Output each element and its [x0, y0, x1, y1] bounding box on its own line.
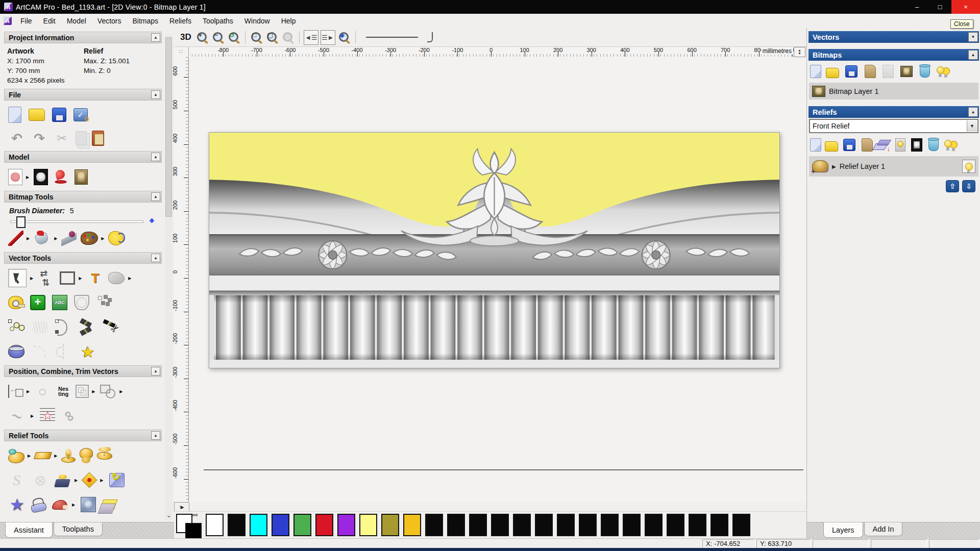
relief-fold-icon[interactable]	[109, 473, 125, 487]
chevron-down-icon[interactable]: ▼	[967, 120, 977, 132]
flyout-arrow-icon[interactable]: ▶	[26, 175, 29, 180]
r-trash-icon[interactable]	[928, 139, 939, 151]
greyscale-from-model-icon[interactable]	[8, 169, 22, 185]
palette-swatch-5[interactable]	[315, 514, 333, 536]
new-file-icon[interactable]	[8, 107, 21, 123]
palette-swatch-15[interactable]	[535, 514, 553, 536]
collapse-icon[interactable]: ▲	[151, 33, 160, 42]
flyout-arrow-icon[interactable]: ▶	[75, 478, 78, 483]
edit-palette-icon[interactable]	[81, 232, 98, 245]
pan-strip-icon[interactable]: ∶▶	[174, 502, 189, 512]
vectors-panel-header[interactable]: Vectors ▼	[808, 31, 979, 43]
pick-colour-icon[interactable]	[61, 231, 77, 246]
palette-swatch-0[interactable]	[206, 514, 224, 536]
create-text-icon[interactable]	[86, 269, 104, 287]
trim-scissors-icon[interactable]	[102, 318, 119, 336]
flyout-arrow-icon[interactable]: ▶	[128, 276, 131, 281]
flyout-arrow-icon[interactable]: ▶	[27, 389, 30, 394]
reliefs-panel-header[interactable]: Reliefs ▲	[808, 106, 979, 118]
collapse-icon[interactable]: ▲	[968, 107, 978, 117]
emboss-square-icon[interactable]	[81, 497, 96, 512]
collapse-icon[interactable]: ▲	[968, 50, 978, 60]
slider-handle[interactable]	[16, 216, 26, 228]
palette-swatch-22[interactable]	[689, 514, 706, 536]
undo-icon[interactable]	[8, 130, 26, 147]
flyout-arrow-icon[interactable]: ▶	[100, 478, 103, 483]
flyout-arrow-icon[interactable]: ▶	[27, 236, 30, 241]
collapse-icon[interactable]: ▲	[151, 367, 160, 375]
ruler-units-button[interactable]: ▼▼	[794, 47, 805, 57]
colour-link-icon[interactable]	[108, 231, 124, 245]
wedge-icon[interactable]	[52, 500, 67, 510]
r-mona-icon[interactable]	[900, 66, 913, 77]
zoom-out-icon[interactable]: −	[211, 31, 225, 44]
paste-icon[interactable]	[92, 131, 104, 146]
menu-toolpaths[interactable]: Toolpaths	[197, 15, 239, 27]
shape-hands-icon[interactable]	[97, 452, 112, 460]
expand-arrow-icon[interactable]: ▶	[832, 164, 836, 169]
nesting-icon[interactable]	[55, 383, 71, 400]
save-model-icon[interactable]	[52, 108, 66, 122]
flyout-arrow-icon[interactable]: ▶	[31, 414, 34, 418]
flood-fill-icon[interactable]	[34, 230, 51, 247]
flyout-arrow-icon[interactable]: ▶	[101, 236, 104, 241]
tab-add-in[interactable]: Add In	[864, 522, 903, 536]
bitmap-layer-row[interactable]: Bitmap Layer 1	[809, 83, 978, 99]
palette-swatch-16[interactable]	[557, 514, 575, 536]
teddy-relief-icon[interactable]	[8, 452, 24, 463]
offset-layers-icon[interactable]	[100, 499, 118, 510]
zoom-in-icon[interactable]: +	[195, 31, 209, 44]
menu-reliefs[interactable]: Reliefs	[164, 15, 197, 27]
fluting-star-icon[interactable]	[40, 408, 55, 423]
palette-swatch-2[interactable]	[250, 514, 267, 536]
palette-swatch-24[interactable]	[732, 514, 750, 536]
layer-visibility-button[interactable]	[962, 160, 975, 173]
flyout-arrow-icon[interactable]: ▶	[72, 503, 75, 507]
r-new-icon[interactable]	[810, 138, 821, 152]
zoom-previous-icon[interactable]: ↺	[227, 31, 241, 44]
select-icon[interactable]	[8, 269, 27, 287]
palette-swatch-20[interactable]	[645, 514, 663, 536]
menu-model[interactable]: Model	[61, 15, 92, 27]
palette-swatch-3[interactable]	[272, 514, 289, 536]
r-bulbs-icon[interactable]	[936, 65, 949, 78]
assistant-scrollbar[interactable]	[165, 34, 173, 520]
palette-swatch-9[interactable]	[403, 514, 421, 536]
r-open-icon[interactable]	[825, 141, 838, 152]
r-open-icon[interactable]	[826, 68, 839, 78]
flyout-arrow-icon[interactable]: ▶	[54, 454, 57, 458]
light-material-icon[interactable]	[53, 168, 70, 186]
line-width-handle[interactable]	[427, 32, 433, 42]
flyout-arrow-icon[interactable]: ▶	[92, 389, 95, 394]
shape-mushroom-icon[interactable]	[80, 448, 93, 458]
palette-swatch-21[interactable]	[667, 514, 684, 536]
collapse-icon[interactable]: ▲	[151, 153, 160, 161]
tab-toolpaths[interactable]: Toolpaths	[54, 522, 103, 536]
palette-swatch-13[interactable]	[491, 514, 509, 536]
texture-relief-icon[interactable]	[75, 169, 88, 185]
weld-icon[interactable]	[99, 383, 116, 400]
r-bw-icon[interactable]	[911, 138, 922, 152]
flyout-arrow-icon[interactable]: ▶	[54, 236, 57, 241]
palette-swatch-12[interactable]	[469, 514, 487, 536]
switch-3d-button[interactable]: 3D	[178, 32, 193, 43]
flyout-arrow-icon[interactable]: ▶	[30, 276, 33, 281]
gold-bar-icon[interactable]	[34, 452, 53, 459]
star-blue-icon[interactable]	[8, 496, 26, 513]
model-to-greyscale-icon[interactable]	[34, 169, 48, 185]
flyout-arrow-icon[interactable]: ▶	[79, 276, 82, 281]
block-copy-icon[interactable]	[76, 385, 89, 398]
create-rectangle-icon[interactable]	[60, 271, 75, 285]
r-sketch-icon[interactable]	[862, 138, 873, 152]
palette-swatch-17[interactable]	[579, 514, 597, 536]
minimize-button[interactable]: –	[905, 0, 928, 14]
r-save-icon[interactable]	[843, 139, 855, 151]
secondary-colour-swatch[interactable]	[185, 523, 202, 539]
r-sketch-icon[interactable]	[865, 65, 876, 78]
tab-assistant[interactable]: Assistant	[5, 522, 53, 538]
paint-icon[interactable]	[8, 231, 23, 246]
flyout-arrow-icon[interactable]: ▶	[28, 454, 31, 458]
unlink-rings-icon[interactable]	[61, 407, 79, 424]
bitmaps-panel-header[interactable]: Bitmaps ▲	[808, 49, 979, 61]
collapse-icon[interactable]: ▲	[151, 90, 160, 99]
